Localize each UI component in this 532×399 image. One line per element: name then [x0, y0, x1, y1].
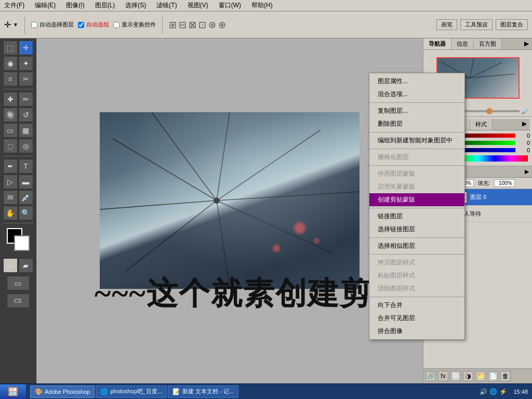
zoom-tool[interactable]: 🔍: [19, 206, 33, 220]
g-value: 0: [517, 140, 530, 146]
stamp-tool[interactable]: 🔘: [3, 108, 18, 122]
brush-btn[interactable]: 画笔: [436, 19, 457, 30]
move-tool[interactable]: ✛: [19, 41, 33, 55]
umbrella-spokes-svg: [100, 112, 360, 289]
new-layer-btn[interactable]: 📄: [488, 371, 498, 381]
taskbar-baidu[interactable]: 🌐 photoshop吧_百度...: [96, 385, 167, 398]
ctx-layer-properties[interactable]: 图层属性...: [369, 75, 464, 88]
ctx-duplicate-layer[interactable]: 复制图层...: [369, 104, 464, 117]
marquee-tool[interactable]: ⬚: [3, 41, 18, 55]
auto-select-label: 自动选择图层: [39, 21, 74, 29]
type-tool[interactable]: T: [19, 159, 33, 174]
add-mask-btn[interactable]: ⬜: [450, 371, 461, 381]
shape-tool[interactable]: ▬: [19, 175, 33, 189]
new-fill-btn[interactable]: ◑: [463, 371, 473, 381]
menu-help[interactable]: 帮助(H): [249, 0, 275, 11]
svg-line-2: [217, 192, 360, 201]
extra-buttons: CS: [7, 294, 30, 308]
healing-brush-tool[interactable]: ✚: [3, 92, 18, 107]
menu-bar: 文件(F) 编辑(E) 图像(I) 图层(L) 选择(S) 滤镜(T) 视图(V…: [0, 0, 532, 11]
align-right-icon[interactable]: ⊠: [189, 19, 196, 31]
history-brush-tool[interactable]: ↺: [19, 108, 33, 122]
brush-tool[interactable]: ✏: [19, 92, 33, 107]
ctx-merge-down[interactable]: 向下合并: [369, 299, 464, 312]
taskbar-photoshop[interactable]: 🎨 Adobe Photoshop: [30, 385, 95, 398]
zoom-in-icon[interactable]: 🔎: [522, 109, 528, 114]
menu-select[interactable]: 选择(S): [123, 0, 148, 11]
cs-btn[interactable]: CS: [7, 294, 30, 308]
layers-options-btn[interactable]: ▶: [525, 168, 529, 175]
tab-histogram[interactable]: 百方图: [474, 38, 502, 49]
start-button[interactable]: 🪟: [0, 384, 26, 399]
menu-filter[interactable]: 滤镜(T): [154, 0, 179, 11]
menu-edit[interactable]: 编辑(E): [33, 0, 58, 11]
lasso-tool[interactable]: ◉: [3, 56, 18, 71]
ctx-select-linked[interactable]: 选择链接图层: [369, 223, 464, 236]
menu-layer[interactable]: 图层(L): [93, 0, 117, 11]
background-color[interactable]: [14, 235, 30, 251]
align-center-icon[interactable]: ⊟: [179, 19, 187, 31]
menu-image[interactable]: 图像(I): [64, 0, 86, 11]
tab-navigator[interactable]: 导航器: [423, 38, 451, 49]
eraser-tool[interactable]: ▭: [3, 123, 18, 138]
fill-input[interactable]: [494, 179, 515, 187]
dodge-tool[interactable]: ◎: [19, 139, 33, 153]
move-tool-btn[interactable]: ✛ ▼: [4, 20, 18, 30]
path-select-tool[interactable]: ▷: [3, 175, 18, 189]
add-style-btn[interactable]: fx: [438, 371, 448, 381]
taskbar-notepad[interactable]: 📝 新建 文本文档 - 记...: [168, 385, 238, 398]
show-transform-checkbox[interactable]: [113, 22, 119, 28]
menu-view[interactable]: 视图(V): [185, 0, 210, 11]
show-transform[interactable]: 显示变换控件: [113, 21, 156, 29]
new-group-btn[interactable]: 📁: [475, 371, 486, 381]
hand-tool[interactable]: ✋: [3, 206, 18, 220]
blur-tool[interactable]: ◌: [3, 139, 18, 153]
menu-window[interactable]: 窗口(W): [217, 0, 243, 11]
notes-tool[interactable]: ✉: [3, 190, 18, 205]
auto-select-group-checkbox[interactable]: [78, 22, 84, 28]
link-layers-btn[interactable]: 🔗: [425, 371, 436, 381]
slice-tool[interactable]: ✂: [19, 72, 33, 86]
svg-line-3: [217, 201, 334, 254]
layer-comp-btn[interactable]: 图层复合: [496, 19, 528, 30]
svg-line-10: [470, 58, 474, 78]
ctx-sep-7: [369, 254, 464, 255]
align-middle-icon[interactable]: ⊛: [208, 19, 216, 31]
ctx-select-similar[interactable]: 选择相似图层: [369, 240, 464, 252]
align-left-icon[interactable]: ⊞: [169, 19, 177, 31]
tool-preset-btn[interactable]: 工具预设: [460, 19, 493, 30]
ctx-delete-layer[interactable]: 删除图层: [369, 117, 464, 130]
gradient-tool[interactable]: ▦: [19, 123, 33, 138]
standard-mode[interactable]: ▭: [3, 258, 18, 273]
photo-canvas[interactable]: [100, 112, 360, 289]
toolbox-divider-1: [3, 89, 34, 89]
auto-select-layer[interactable]: 自动选择图层: [31, 21, 74, 29]
menu-file[interactable]: 文件(F): [2, 0, 26, 11]
ctx-clear-style: 清除图层样式: [369, 282, 464, 295]
tab-styles[interactable]: 样式: [470, 119, 493, 130]
tool-row-10: ✉ 💉: [3, 190, 33, 205]
auto-select-checkbox[interactable]: [31, 22, 37, 28]
align-top-icon[interactable]: ⊡: [198, 19, 206, 31]
crop-tool[interactable]: ⌗: [3, 72, 18, 86]
b-value: 0: [517, 147, 530, 153]
photoshop-icon: 🎨: [35, 388, 43, 395]
magic-wand-tool[interactable]: ✦: [19, 56, 33, 71]
delete-layer-btn[interactable]: 🗑: [500, 371, 511, 381]
ctx-merge-visible[interactable]: 合并可见图层: [369, 312, 464, 325]
tool-row-7: ◌ ◎: [3, 139, 33, 153]
pen-tool[interactable]: ✒: [3, 159, 18, 174]
ctx-group-smart-object[interactable]: 编组到新建智能对象图层中: [369, 134, 464, 147]
auto-select-group[interactable]: 自动选组: [78, 21, 109, 29]
tab-info[interactable]: 信息: [451, 38, 474, 49]
screen-mode[interactable]: ▭: [7, 276, 30, 290]
panel-options-btn[interactable]: ▶: [521, 38, 532, 49]
eyedropper-tool[interactable]: 💉: [19, 190, 33, 205]
align-bottom-icon[interactable]: ⊕: [218, 19, 226, 31]
ctx-link-layers[interactable]: 链接图层: [369, 210, 464, 223]
ctx-flatten-image[interactable]: 拼合图像: [369, 325, 464, 338]
quick-mask-mode[interactable]: ▰: [19, 258, 33, 273]
ctx-create-clipping-mask[interactable]: 创建剪贴蒙版: [369, 193, 464, 206]
color-options-btn[interactable]: ▶: [519, 119, 530, 130]
ctx-blending-options[interactable]: 混合选项...: [369, 88, 464, 101]
